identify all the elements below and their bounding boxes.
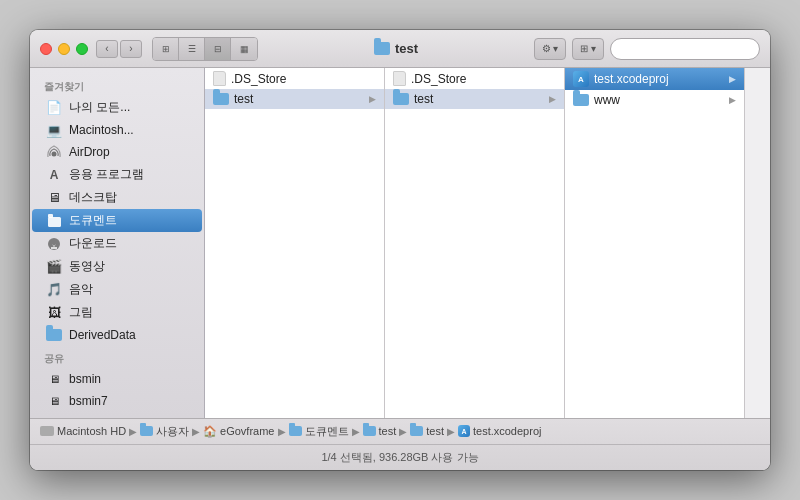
- desktop-icon: 🖥: [46, 190, 62, 206]
- arrange-button[interactable]: ⊞ ▾: [572, 38, 604, 60]
- file-info-accessed-row: 최근 사용일 오늘 오후 3:36: [765, 316, 770, 335]
- file-columns: .DS_Store test ▶ .DS_Store test ▶: [205, 68, 770, 418]
- accessed-label: 최근 사용일: [765, 316, 770, 335]
- folder-icon: [393, 93, 409, 105]
- sidebar-item-music[interactable]: 🎵 음악: [32, 278, 202, 301]
- breadcrumb: Macintosh HD ▶ 사용자 ▶ 🏠 eGovframe ▶ 도큐멘트 …: [30, 419, 770, 445]
- sidebar-item-label: 나의 모든...: [69, 99, 130, 116]
- name-label: 이름: [765, 223, 770, 242]
- search-input[interactable]: [610, 38, 760, 60]
- pictures-icon: 🖼: [46, 305, 62, 321]
- titlebar: ‹ › ⊞ ☰ ⊟ ▦ test ⚙ ▾ ⊞ ▾: [30, 30, 770, 68]
- sidebar: 즐겨찾기 📄 나의 모든... 💻 Macintosh... AirDrop: [30, 68, 205, 418]
- expand-arrow: ▶: [369, 94, 376, 104]
- xcodeproj-icon: A: [573, 71, 589, 87]
- file-name: test: [234, 92, 253, 106]
- nav-back-button[interactable]: ‹: [96, 40, 118, 58]
- view-icon-button[interactable]: ⊞: [153, 38, 179, 60]
- maximize-button[interactable]: [76, 43, 88, 55]
- sidebar-item-downloads[interactable]: 다운로드: [32, 232, 202, 255]
- toolbar-right: ⚙ ▾ ⊞ ▾: [534, 38, 760, 60]
- sidebar-item-label: 데스크탑: [69, 189, 117, 206]
- sidebar-item-pictures[interactable]: 🖼 그림: [32, 301, 202, 324]
- sidebar-item-label: 음악: [69, 281, 93, 298]
- statusbar: Macintosh HD ▶ 사용자 ▶ 🏠 eGovframe ▶ 도큐멘트 …: [30, 418, 770, 470]
- shared-section-title: 공유: [30, 346, 204, 368]
- sidebar-item-label: 다운로드: [69, 235, 117, 252]
- list-item[interactable]: .DS_Store: [385, 68, 564, 89]
- breadcrumb-item[interactable]: Macintosh HD: [40, 425, 126, 437]
- sidebar-item-documents[interactable]: 도큐멘트: [32, 209, 202, 232]
- title-folder-icon: [374, 42, 390, 55]
- breadcrumb-label: eGovframe: [220, 425, 274, 437]
- sidebar-item-bsmin7[interactable]: 🖥 bsmin7: [32, 390, 202, 412]
- breadcrumb-sep: ▶: [352, 426, 360, 437]
- minimize-button[interactable]: [58, 43, 70, 55]
- macintosh-hd-icon: 💻: [46, 122, 62, 138]
- view-cover-button[interactable]: ▦: [231, 38, 257, 60]
- folder-icon: [363, 426, 376, 436]
- sidebar-item-label: 동영상: [69, 258, 105, 275]
- xcodeproj-icon: A: [458, 425, 470, 437]
- file-info-size-row: 크기 45KB: [765, 260, 770, 279]
- breadcrumb-sep: ▶: [129, 426, 137, 437]
- folder-icon: [213, 93, 229, 105]
- view-column-button[interactable]: ⊟: [205, 38, 231, 60]
- breadcrumb-label: test.xcodeproj: [473, 425, 541, 437]
- sidebar-item-all-my-files[interactable]: 📄 나의 모든...: [32, 96, 202, 119]
- created-label: 생성일: [765, 279, 770, 298]
- sidebar-item-macintosh-hd[interactable]: 💻 Macintosh...: [32, 119, 202, 141]
- sidebar-item-movies[interactable]: 🎬 동영상: [32, 255, 202, 278]
- svg-rect-1: [48, 217, 61, 227]
- sidebar-item-applications[interactable]: A 응용 프로그램: [32, 163, 202, 186]
- file-info-type-row: 종류 Xcode Project: [765, 242, 770, 261]
- bsmin-icon: 🖥: [46, 371, 62, 387]
- list-item[interactable]: test ▶: [205, 89, 384, 109]
- modified-label: 수정일: [765, 298, 770, 317]
- sidebar-item-label: AirDrop: [69, 145, 110, 159]
- sidebar-item-label: Macintosh...: [69, 123, 134, 137]
- size-label: 크기: [765, 260, 770, 279]
- breadcrumb-label: test: [426, 425, 444, 437]
- file-icon: [393, 71, 406, 86]
- list-item[interactable]: A test.xcodeproj ▶: [565, 68, 744, 90]
- sidebar-item-airdrop[interactable]: AirDrop: [32, 141, 202, 163]
- file-name: .DS_Store: [411, 72, 466, 86]
- nav-forward-button[interactable]: ›: [120, 40, 142, 58]
- file-icon: [213, 71, 226, 86]
- breadcrumb-item[interactable]: A test.xcodeproj: [458, 425, 541, 437]
- finder-window: ‹ › ⊞ ☰ ⊟ ▦ test ⚙ ▾ ⊞ ▾ 즐겨찾기 📄 나의 모든...: [30, 30, 770, 470]
- list-item[interactable]: test ▶: [385, 89, 564, 109]
- breadcrumb-label: test: [379, 425, 397, 437]
- sidebar-item-desktop[interactable]: 🖥 데스크탑: [32, 186, 202, 209]
- file-name: .DS_Store: [231, 72, 286, 86]
- breadcrumb-item[interactable]: 🏠 eGovframe: [203, 425, 274, 438]
- file-info-created-row: 생성일 오늘 오후 3:19: [765, 279, 770, 298]
- sidebar-item-label: 그림: [69, 304, 93, 321]
- sidebar-item-derived-data[interactable]: DerivedData: [32, 324, 202, 346]
- documents-icon: [46, 213, 62, 229]
- sidebar-item-label: 응용 프로그램: [69, 166, 144, 183]
- file-info: 이름 test.xcodeproj 종류 Xcode Project 크기 45…: [755, 223, 770, 335]
- list-item[interactable]: www ▶: [565, 90, 744, 110]
- file-info-modified-row: 수정일 오늘 오후 3:36: [765, 298, 770, 317]
- sidebar-item-bsmin[interactable]: 🖥 bsmin: [32, 368, 202, 390]
- svg-rect-2: [48, 214, 53, 218]
- breadcrumb-item[interactable]: test: [363, 425, 397, 437]
- view-list-button[interactable]: ☰: [179, 38, 205, 60]
- close-button[interactable]: [40, 43, 52, 55]
- expand-arrow: ▶: [729, 95, 736, 105]
- breadcrumb-item[interactable]: 사용자: [140, 424, 189, 439]
- file-name: test.xcodeproj: [594, 72, 669, 86]
- music-icon: 🎵: [46, 282, 62, 298]
- view-buttons: ⊞ ☰ ⊟ ▦: [152, 37, 258, 61]
- status-label: 1/4 선택됨, 936.28GB 사용 가능: [321, 450, 478, 465]
- list-item[interactable]: .DS_Store: [205, 68, 384, 89]
- breadcrumb-item[interactable]: 도큐멘트: [289, 424, 349, 439]
- sidebar-item-label: DerivedData: [69, 328, 136, 342]
- breadcrumb-sep: ▶: [192, 426, 200, 437]
- file-column-2: .DS_Store test ▶: [385, 68, 565, 418]
- sidebar-item-label: 도큐멘트: [69, 212, 117, 229]
- action-button[interactable]: ⚙ ▾: [534, 38, 566, 60]
- breadcrumb-item[interactable]: test: [410, 425, 444, 437]
